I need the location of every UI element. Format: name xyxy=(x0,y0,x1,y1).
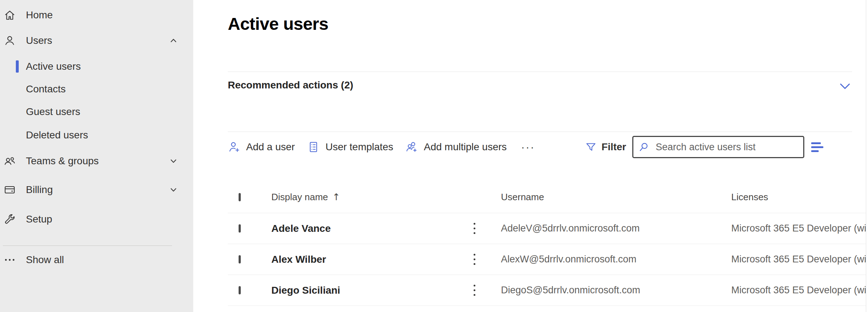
people-add-icon xyxy=(406,141,419,153)
sidebar-item-label: Home xyxy=(26,9,53,21)
licenses-cell: Microsoft 365 E5 Developer (withou xyxy=(731,223,866,234)
template-list-icon xyxy=(307,141,320,153)
chevron-down-icon xyxy=(168,156,179,166)
filter-label: Filter xyxy=(602,141,626,153)
toolbar-right: Filter xyxy=(585,136,824,158)
add-multiple-users-button[interactable]: Add multiple users xyxy=(406,141,507,153)
sidebar-item-users[interactable]: Users xyxy=(0,30,193,51)
username-cell: DiegoS@5drrlv.onmicrosoft.com xyxy=(501,285,731,296)
sidebar-item-deleted-users[interactable]: Deleted users xyxy=(0,125,193,146)
users-table: Display name↑ Username Licenses Adele Va… xyxy=(228,182,866,306)
sidebar-item-label: Show all xyxy=(26,254,64,266)
home-icon xyxy=(4,9,16,21)
more-actions-button[interactable]: ··· xyxy=(519,141,537,153)
sidebar-item-active-users[interactable]: Active users xyxy=(0,56,193,77)
sort-ascending-icon: ↑ xyxy=(333,192,340,202)
wrench-icon xyxy=(4,213,16,225)
chevron-up-icon xyxy=(168,35,179,46)
search-input[interactable] xyxy=(632,136,804,158)
toolbar: Add a user User templates Add multiple u… xyxy=(228,132,824,162)
recommended-actions-section: Recommended actions (2) xyxy=(228,72,852,132)
sort-lines-icon[interactable] xyxy=(810,141,824,153)
sidebar-item-label: Teams & groups xyxy=(26,155,99,167)
sidebar-item-guest-users[interactable]: Guest users xyxy=(0,101,193,122)
selected-indicator xyxy=(16,60,19,73)
person-icon xyxy=(4,35,16,47)
funnel-icon xyxy=(585,141,597,153)
row-more-actions-button[interactable] xyxy=(473,221,501,236)
row-checkbox[interactable] xyxy=(239,255,241,263)
sidebar-divider xyxy=(3,246,172,246)
sidebar-item-label: Setup xyxy=(26,214,52,225)
username-cell: AdeleV@5drrlv.onmicrosoft.com xyxy=(501,223,731,234)
username-cell: AlexW@5drrlv.onmicrosoft.com xyxy=(501,254,731,265)
select-all-checkbox[interactable] xyxy=(239,193,241,201)
chevron-down-icon[interactable] xyxy=(838,79,852,93)
sidebar-item-label: Billing xyxy=(26,184,53,196)
display-name-cell[interactable]: Adele Vance xyxy=(271,223,473,234)
people-icon xyxy=(4,155,16,167)
row-checkbox[interactable] xyxy=(239,286,241,294)
display-name-cell[interactable]: Diego Siciliani xyxy=(271,285,473,296)
table-row[interactable]: Adele Vance AdeleV@5drrlv.onmicrosoft.co… xyxy=(228,213,866,244)
user-templates-button[interactable]: User templates xyxy=(307,141,393,153)
scrollbar-track[interactable] xyxy=(866,0,868,312)
sidebar-item-label: Users xyxy=(26,35,52,46)
row-more-actions-button[interactable] xyxy=(473,283,501,298)
toolbar-button-label: Add a user xyxy=(246,141,295,153)
table-header-row: Display name↑ Username Licenses xyxy=(228,182,866,213)
column-header-display-name[interactable]: Display name↑ xyxy=(271,192,473,203)
sidebar-item-label: Active users xyxy=(26,61,81,72)
sidebar-nav: Home Users Active users Contacts Guest u… xyxy=(0,0,193,312)
sidebar-item-teams-groups[interactable]: Teams & groups xyxy=(0,151,193,171)
sidebar-item-show-all[interactable]: Show all xyxy=(0,249,193,270)
sidebar-item-setup[interactable]: Setup xyxy=(0,209,193,230)
sidebar-item-label: Guest users xyxy=(26,106,80,118)
table-row[interactable]: Alex Wilber AlexW@5drrlv.onmicrosoft.com… xyxy=(228,244,866,275)
ellipsis-icon xyxy=(4,254,16,266)
toolbar-actions: Add a user User templates Add multiple u… xyxy=(228,141,537,153)
row-more-actions-button[interactable] xyxy=(473,252,501,267)
column-header-username[interactable]: Username xyxy=(501,192,731,203)
sidebar-item-billing[interactable]: Billing xyxy=(0,179,193,200)
sidebar-item-label: Contacts xyxy=(26,83,66,95)
sidebar-item-label: Deleted users xyxy=(26,129,88,141)
sidebar-item-home[interactable]: Home xyxy=(0,5,193,26)
filter-button[interactable]: Filter xyxy=(585,141,626,153)
add-a-user-button[interactable]: Add a user xyxy=(228,141,295,153)
table-row[interactable]: Diego Siciliani DiegoS@5drrlv.onmicrosof… xyxy=(228,275,866,306)
display-name-cell[interactable]: Alex Wilber xyxy=(271,254,473,265)
sidebar-item-contacts[interactable]: Contacts xyxy=(0,79,193,100)
licenses-cell: Microsoft 365 E5 Developer (withou xyxy=(731,254,866,265)
chevron-down-icon xyxy=(168,184,179,195)
toolbar-button-label: User templates xyxy=(325,141,393,153)
search-box xyxy=(632,136,804,158)
main-content: Active users Recommended actions (2) Add… xyxy=(193,0,868,312)
column-header-licenses[interactable]: Licenses xyxy=(731,192,866,203)
toolbar-button-label: Add multiple users xyxy=(424,141,507,153)
recommended-actions-heading: Recommended actions (2) xyxy=(228,79,353,91)
person-add-icon xyxy=(228,141,241,153)
licenses-cell: Microsoft 365 E5 Developer (withou xyxy=(731,285,866,296)
page-title: Active users xyxy=(228,13,868,35)
row-checkbox[interactable] xyxy=(239,224,241,233)
credit-card-icon xyxy=(4,184,16,196)
